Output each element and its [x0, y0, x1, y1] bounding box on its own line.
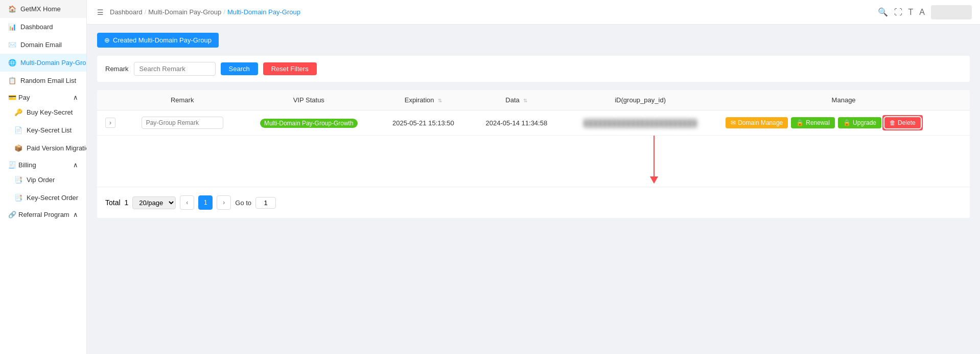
- search-input[interactable]: [134, 62, 216, 76]
- sidebar-item-getmx[interactable]: 🏠 GetMX Home: [0, 0, 86, 18]
- page-content: ⊕ Created Multi-Domain Pay-Group Remark …: [87, 25, 980, 354]
- plus-icon: ⊕: [104, 36, 110, 44]
- vip-status-cell: Multi-Domain Pay-Group-Growth: [241, 110, 377, 136]
- data-sort-icon[interactable]: ⇅: [523, 98, 527, 103]
- sidebar-item-key-secret-order[interactable]: 📑 Key-Secret Order: [0, 189, 86, 207]
- vip-badge: Multi-Domain Pay-Group-Growth: [260, 119, 358, 128]
- create-button-label: Created Multi-Domain Pay-Group: [113, 36, 212, 44]
- user-avatar[interactable]: [931, 5, 972, 19]
- delete-icon: 🗑: [890, 119, 896, 126]
- font-icon[interactable]: T: [908, 8, 914, 17]
- sidebar-item-buy-key[interactable]: 🔑 Buy Key-Secret: [0, 103, 86, 121]
- arrow-line: [654, 136, 655, 176]
- sidebar-item-domain-email[interactable]: ✉️ Domain Email: [0, 36, 86, 54]
- dashboard-icon: 📊: [8, 23, 16, 31]
- sidebar-item-label: Key-Secret List: [27, 126, 72, 134]
- col-manage: Manage: [717, 90, 970, 110]
- expand-button[interactable]: ›: [105, 118, 115, 128]
- col-expand: [97, 90, 124, 110]
- expand-cell: ›: [97, 110, 124, 136]
- topbar-right: 🔍 ⛶ T A: [878, 5, 972, 19]
- manage-cell: ✉ Domain Manage 🔒 Renewal 🔒 Upgrade: [717, 110, 970, 136]
- sidebar-item-multi-domain[interactable]: 🌐 Multi-Domain Pay-Group: [0, 54, 86, 72]
- main-area: ☰ Dashboard / Multi-Domain Pay-Group / M…: [87, 0, 980, 354]
- menu-icon[interactable]: ☰: [95, 6, 106, 18]
- delete-button[interactable]: 🗑 Delete: [884, 117, 921, 128]
- filter-remark-label: Remark: [105, 65, 129, 73]
- chevron-up-icon: ∧: [73, 94, 78, 101]
- breadcrumb: Dashboard / Multi-Domain Pay-Group / Mul…: [110, 8, 300, 16]
- upgrade-icon: 🔒: [843, 119, 851, 126]
- col-vip-status: VIP Status: [241, 90, 377, 110]
- sidebar-section-label: Referral Program: [18, 211, 73, 218]
- sidebar-item-random-email[interactable]: 📋 Random Email List: [0, 72, 86, 90]
- doc-icon: 📄: [14, 126, 22, 134]
- domain-manage-label: Domain Manage: [738, 119, 783, 126]
- topbar-left: ☰ Dashboard / Multi-Domain Pay-Group / M…: [95, 6, 300, 18]
- col-remark: Remark: [124, 90, 241, 110]
- breadcrumb-multi-domain[interactable]: Multi-Domain Pay-Group: [148, 8, 221, 16]
- sidebar-section-pay[interactable]: 💳 Pay ∧: [0, 90, 86, 103]
- prev-page-button[interactable]: ‹: [180, 195, 194, 210]
- sidebar-item-dashboard[interactable]: 📊 Dashboard: [0, 18, 86, 36]
- billing-icon: 🧾: [8, 161, 16, 169]
- search-icon[interactable]: 🔍: [878, 7, 888, 17]
- sidebar-item-key-secret-list[interactable]: 📄 Key-Secret List: [0, 121, 86, 139]
- upgrade-button[interactable]: 🔒 Upgrade: [838, 117, 881, 128]
- pagination: Total 1 20/page ‹ 1 › Go to: [97, 187, 970, 218]
- domain-icon: ✉: [731, 119, 736, 126]
- sidebar-item-label: Dashboard: [20, 23, 53, 31]
- sidebar-item-label: GetMX Home: [20, 5, 61, 13]
- translate-icon[interactable]: A: [919, 8, 925, 17]
- sidebar-item-vip-order[interactable]: 📑 Vip Order: [0, 171, 86, 189]
- search-button[interactable]: Search: [221, 62, 258, 75]
- expiration-sort-icon[interactable]: ⇅: [438, 98, 442, 103]
- sidebar-section-label: Pay: [18, 94, 73, 101]
- table-row: › Multi-Domain Pay-Group-Growth 2025-05-…: [97, 110, 970, 136]
- breadcrumb-current: Multi-Domain Pay-Group: [227, 8, 300, 16]
- remark-input[interactable]: [142, 117, 223, 129]
- referral-icon: 🔗: [8, 211, 16, 218]
- sidebar-item-label: Paid Version Migration: [27, 144, 87, 152]
- fullscreen-icon[interactable]: ⛶: [894, 8, 902, 17]
- sidebar-section-billing[interactable]: 🧾 Billing ∧: [0, 157, 86, 171]
- next-page-button[interactable]: ›: [217, 195, 231, 210]
- list-icon: 📋: [8, 77, 16, 84]
- order-icon: 📑: [14, 194, 22, 202]
- remark-cell: [124, 110, 241, 136]
- breadcrumb-sep-1: /: [145, 8, 147, 16]
- arrow-head: [650, 176, 658, 184]
- chevron-up-icon: ∧: [73, 161, 78, 169]
- id-cell: ████████████████████████: [563, 110, 717, 136]
- reset-button[interactable]: Reset Filters: [263, 62, 317, 75]
- sidebar-item-paid-migration[interactable]: 📦 Paid Version Migration: [0, 139, 86, 157]
- total-label: Total 1: [105, 198, 128, 207]
- filter-bar: Remark Search Reset Filters: [97, 56, 970, 82]
- key-icon: 🔑: [14, 108, 22, 116]
- order-icon: 📑: [14, 176, 22, 184]
- breadcrumb-dashboard[interactable]: Dashboard: [110, 8, 143, 16]
- sidebar-item-label: Vip Order: [27, 176, 55, 184]
- sidebar-section-referral[interactable]: 🔗 Referral Program ∧: [0, 207, 86, 220]
- page-1-button[interactable]: 1: [198, 195, 213, 210]
- renewal-label: Renewal: [806, 119, 830, 126]
- domain-manage-button[interactable]: ✉ Domain Manage: [726, 117, 788, 128]
- sidebar-item-label: Domain Email: [20, 41, 62, 49]
- expiration-cell: 2025-05-21 15:13:50: [377, 110, 470, 136]
- breadcrumb-sep-2: /: [223, 8, 225, 16]
- box-icon: 📦: [14, 144, 22, 152]
- topbar: ☰ Dashboard / Multi-Domain Pay-Group / M…: [87, 0, 980, 25]
- table-header-row: Remark VIP Status Expiration ⇅ Data ⇅ iD…: [97, 90, 970, 110]
- per-page-select[interactable]: 20/page: [132, 196, 176, 209]
- create-button[interactable]: ⊕ Created Multi-Domain Pay-Group: [97, 33, 219, 48]
- renewal-button[interactable]: 🔒 Renewal: [791, 117, 835, 128]
- sidebar: 🏠 GetMX Home 📊 Dashboard ✉️ Domain Email…: [0, 0, 87, 354]
- home-icon: 🏠: [8, 5, 16, 13]
- col-data: Data ⇅: [470, 90, 563, 110]
- globe-icon: 🌐: [8, 59, 16, 67]
- data-table: Remark VIP Status Expiration ⇅ Data ⇅ iD…: [97, 90, 970, 218]
- annotation-arrow: [650, 136, 658, 184]
- goto-label: Go to: [235, 199, 251, 207]
- chevron-up-icon: ∧: [73, 211, 78, 218]
- goto-input[interactable]: [255, 197, 276, 209]
